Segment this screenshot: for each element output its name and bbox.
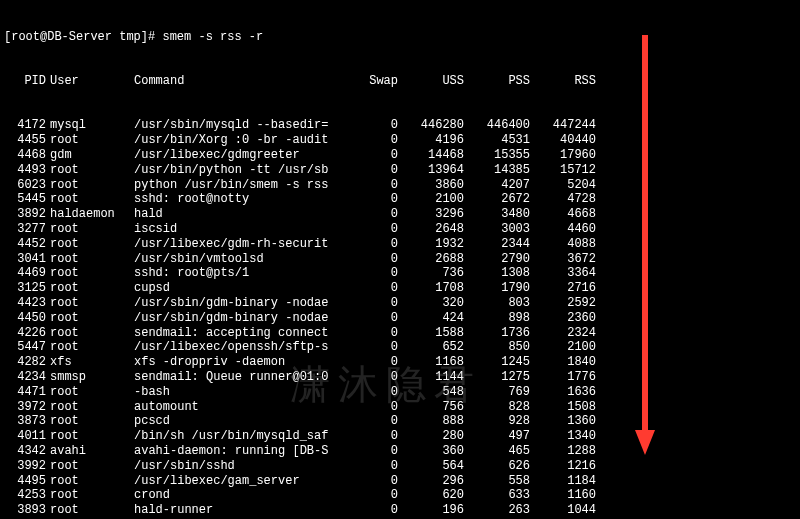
pss-cell: 558 — [468, 474, 534, 489]
pid-cell: 4471 — [4, 385, 50, 400]
header-uss: USS — [402, 74, 468, 89]
table-row: 3893roothald-runner01962631044 — [4, 503, 796, 518]
command-cell: /usr/sbin/gdm-binary -nodae — [134, 296, 346, 311]
swap-cell: 0 — [346, 370, 402, 385]
pid-cell: 4342 — [4, 444, 50, 459]
table-row: 4172mysql/usr/sbin/mysqld --basedir=0446… — [4, 118, 796, 133]
user-cell: root — [50, 340, 134, 355]
table-row: 4342avahiavahi-daemon: running [DB-S0360… — [4, 444, 796, 459]
table-row: 6023rootpython /usr/bin/smem -s rss03860… — [4, 178, 796, 193]
rss-cell: 4460 — [534, 222, 600, 237]
uss-cell: 1168 — [402, 355, 468, 370]
table-row: 4468gdm/usr/libexec/gdmgreeter0144681535… — [4, 148, 796, 163]
user-cell: xfs — [50, 355, 134, 370]
uss-cell: 196 — [402, 503, 468, 518]
swap-cell: 0 — [346, 133, 402, 148]
command-cell: /usr/bin/Xorg :0 -br -audit — [134, 133, 346, 148]
table-row: 4282xfsxfs -droppriv -daemon011681245184… — [4, 355, 796, 370]
swap-cell: 0 — [346, 222, 402, 237]
pid-cell: 4468 — [4, 148, 50, 163]
rss-cell: 2100 — [534, 340, 600, 355]
rss-cell: 5204 — [534, 178, 600, 193]
pss-cell: 3003 — [468, 222, 534, 237]
uss-cell: 1588 — [402, 326, 468, 341]
header-swap: Swap — [346, 74, 402, 89]
command-cell: avahi-daemon: running [DB-S — [134, 444, 346, 459]
table-row: 4455root/usr/bin/Xorg :0 -br -audit04196… — [4, 133, 796, 148]
header-rss: RSS — [534, 74, 600, 89]
swap-cell: 0 — [346, 429, 402, 444]
pss-cell: 15355 — [468, 148, 534, 163]
table-row: 3992root/usr/sbin/sshd05646261216 — [4, 459, 796, 474]
table-row: 3972rootautomount07568281508 — [4, 400, 796, 415]
table-row: 3125rootcupsd0170817902716 — [4, 281, 796, 296]
pss-cell: 263 — [468, 503, 534, 518]
swap-cell: 0 — [346, 444, 402, 459]
user-cell: root — [50, 459, 134, 474]
swap-cell: 0 — [346, 414, 402, 429]
swap-cell: 0 — [346, 326, 402, 341]
swap-cell: 0 — [346, 237, 402, 252]
user-cell: root — [50, 252, 134, 267]
pid-cell: 3277 — [4, 222, 50, 237]
rss-cell: 15712 — [534, 163, 600, 178]
pid-cell: 3125 — [4, 281, 50, 296]
rss-cell: 1776 — [534, 370, 600, 385]
uss-cell: 548 — [402, 385, 468, 400]
pss-cell: 4531 — [468, 133, 534, 148]
user-cell: avahi — [50, 444, 134, 459]
command-cell: crond — [134, 488, 346, 503]
table-row: 3873rootpcscd08889281360 — [4, 414, 796, 429]
user-cell: root — [50, 488, 134, 503]
command-cell: python /usr/bin/smem -s rss — [134, 178, 346, 193]
uss-cell: 14468 — [402, 148, 468, 163]
user-cell: root — [50, 192, 134, 207]
table-row: 4011root/bin/sh /usr/bin/mysqld_saf02804… — [4, 429, 796, 444]
uss-cell: 4196 — [402, 133, 468, 148]
command-cell: /usr/libexec/openssh/sftp-s — [134, 340, 346, 355]
swap-cell: 0 — [346, 178, 402, 193]
command-cell: /usr/sbin/gdm-binary -nodae — [134, 311, 346, 326]
pid-cell: 4282 — [4, 355, 50, 370]
command-cell: iscsid — [134, 222, 346, 237]
table-row: 4234smmspsendmail: Queue runner@01:00114… — [4, 370, 796, 385]
rss-cell: 2324 — [534, 326, 600, 341]
pid-cell: 6023 — [4, 178, 50, 193]
pid-cell: 5447 — [4, 340, 50, 355]
uss-cell: 2688 — [402, 252, 468, 267]
uss-cell: 3296 — [402, 207, 468, 222]
user-cell: root — [50, 326, 134, 341]
table-row: 3041root/usr/sbin/vmtoolsd0268827903672 — [4, 252, 796, 267]
pid-cell: 4450 — [4, 311, 50, 326]
pid-cell: 4234 — [4, 370, 50, 385]
pss-cell: 928 — [468, 414, 534, 429]
swap-cell: 0 — [346, 148, 402, 163]
user-cell: root — [50, 311, 134, 326]
rss-cell: 4668 — [534, 207, 600, 222]
user-cell: root — [50, 266, 134, 281]
pss-cell: 1790 — [468, 281, 534, 296]
terminal-output: [root@DB-Server tmp]# smem -s rss -r PID… — [0, 0, 800, 519]
command-cell: hald-runner — [134, 503, 346, 518]
swap-cell: 0 — [346, 488, 402, 503]
uss-cell: 2648 — [402, 222, 468, 237]
pss-cell: 2790 — [468, 252, 534, 267]
swap-cell: 0 — [346, 503, 402, 518]
table-row: 4469rootsshd: root@pts/1073613083364 — [4, 266, 796, 281]
rss-cell: 1340 — [534, 429, 600, 444]
pss-cell: 2672 — [468, 192, 534, 207]
table-row: 5447root/usr/libexec/openssh/sftp-s06528… — [4, 340, 796, 355]
command-cell: /usr/sbin/vmtoolsd — [134, 252, 346, 267]
table-row: 3277rootiscsid0264830034460 — [4, 222, 796, 237]
pss-cell: 769 — [468, 385, 534, 400]
pid-cell: 4495 — [4, 474, 50, 489]
command-cell: /usr/libexec/gam_server — [134, 474, 346, 489]
swap-cell: 0 — [346, 311, 402, 326]
user-cell: root — [50, 474, 134, 489]
user-cell: mysql — [50, 118, 134, 133]
pss-cell: 2344 — [468, 237, 534, 252]
pss-cell: 14385 — [468, 163, 534, 178]
table-row: 4423root/usr/sbin/gdm-binary -nodae03208… — [4, 296, 796, 311]
rss-cell: 3364 — [534, 266, 600, 281]
table-row: 5445rootsshd: root@notty0210026724728 — [4, 192, 796, 207]
